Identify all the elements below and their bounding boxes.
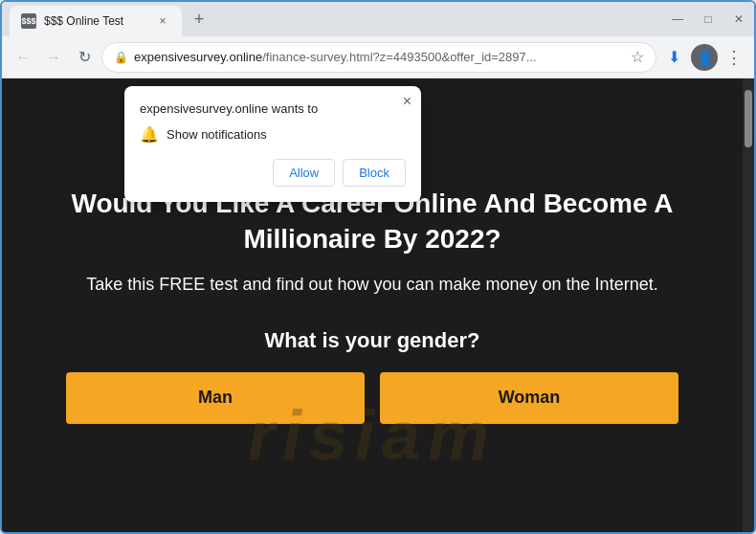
popup-notification-label: Show notifications: [167, 127, 267, 142]
scrollbar-thumb[interactable]: [745, 90, 752, 147]
browser-tab[interactable]: $$$ $$$ Online Test ×: [10, 6, 182, 36]
gender-question: What is your gender?: [265, 328, 480, 353]
download-indicator[interactable]: ⬇: [660, 44, 687, 71]
allow-button[interactable]: Allow: [273, 159, 335, 187]
bookmark-star-icon[interactable]: ☆: [631, 48, 644, 66]
popup-notification-row: 🔔 Show notifications: [140, 125, 406, 144]
forward-button[interactable]: →: [40, 44, 67, 71]
browser-window: $$$ $$$ Online Test × + — □ ✕ ← → ↻ 🔒 ex…: [0, 0, 756, 534]
bell-icon: 🔔: [140, 125, 159, 144]
url-host: expensivesurvey.online: [134, 50, 262, 64]
popup-site-text: expensivesurvey.online wants to: [140, 101, 406, 116]
window-controls: — □ ✕: [670, 11, 746, 27]
popup-action-buttons: Allow Block: [140, 159, 406, 187]
title-bar: $$$ $$$ Online Test × + — □ ✕: [2, 2, 754, 36]
popup-close-button[interactable]: ×: [403, 94, 411, 109]
nav-bar: ← → ↻ 🔒 expensivesurvey.online/finance-s…: [2, 36, 754, 78]
maximize-button[interactable]: □: [700, 11, 716, 27]
woman-button[interactable]: Woman: [380, 372, 678, 424]
url-path: /finance-survey.html?z=4493500&offer_id=…: [262, 50, 536, 64]
sub-heading: Take this FREE test and find out how you…: [86, 272, 657, 298]
profile-button[interactable]: 👤: [691, 44, 718, 71]
notification-popup: × expensivesurvey.online wants to 🔔 Show…: [124, 86, 421, 202]
tab-title: $$$ Online Test: [44, 14, 147, 28]
minimize-button[interactable]: —: [670, 11, 685, 27]
tab-favicon: $$$: [21, 13, 36, 29]
tab-close-button[interactable]: ×: [155, 13, 170, 29]
gender-buttons-container: Man Woman: [66, 372, 678, 424]
back-button[interactable]: ←: [10, 44, 36, 71]
profile-icon: 👤: [697, 50, 713, 65]
url-display: expensivesurvey.online/finance-survey.ht…: [134, 50, 625, 64]
address-bar[interactable]: 🔒 expensivesurvey.online/finance-survey.…: [101, 42, 656, 73]
browser-menu-button[interactable]: ⋮: [722, 43, 746, 72]
scrollbar-track[interactable]: [743, 78, 754, 532]
reload-button[interactable]: ↻: [71, 44, 98, 71]
block-button[interactable]: Block: [343, 159, 406, 187]
man-button[interactable]: Man: [66, 372, 365, 424]
new-tab-button[interactable]: +: [186, 6, 212, 33]
page-area: risiam Would You Like A Career Online An…: [2, 78, 754, 532]
security-lock-icon: 🔒: [114, 51, 128, 64]
close-window-button[interactable]: ✕: [731, 11, 746, 27]
